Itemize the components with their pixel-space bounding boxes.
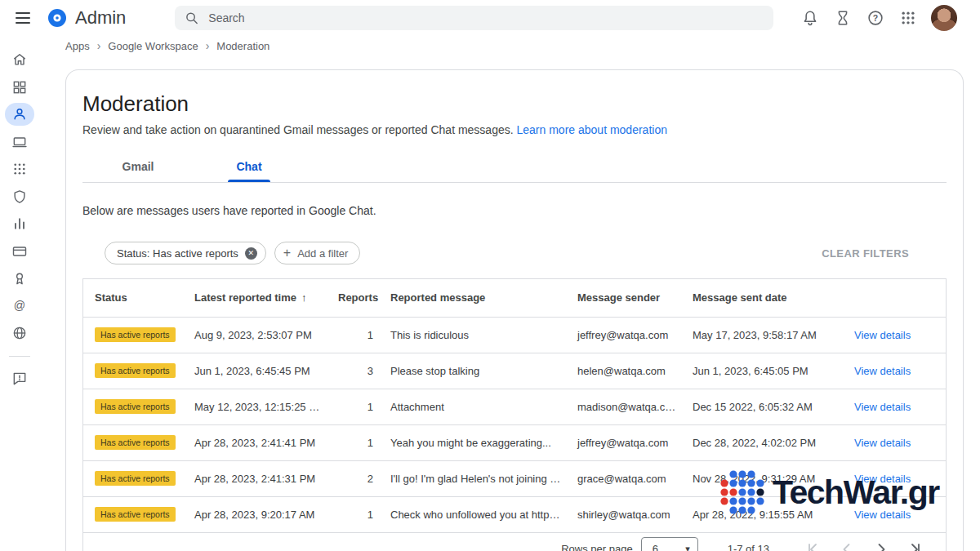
learn-more-link[interactable]: Learn more about moderation xyxy=(517,123,667,136)
next-page-button[interactable] xyxy=(872,540,890,551)
view-details-link[interactable]: View details xyxy=(854,509,911,521)
tab-chat[interactable]: Chat xyxy=(194,151,305,182)
view-details-link[interactable]: View details xyxy=(854,401,911,413)
sort-ascending-icon[interactable]: ↑ xyxy=(301,291,307,304)
status-badge: Has active reports xyxy=(95,435,176,451)
view-details-link[interactable]: View details xyxy=(854,329,911,341)
view-details-link[interactable]: View details xyxy=(854,437,911,449)
table-row: Has active reports Aug 9, 2023, 2:53:07 … xyxy=(83,317,946,353)
latest-reported-time: Apr 28, 2023, 9:20:17 AM xyxy=(183,496,327,532)
column-header-reports: Reports xyxy=(327,279,379,317)
bar-chart-icon xyxy=(11,216,28,232)
sidebar-item-domains[interactable] xyxy=(5,322,34,344)
google-admin-logo-icon xyxy=(47,8,67,28)
status-badge: Has active reports xyxy=(95,471,176,487)
tab-gmail-label: Gmail xyxy=(122,160,154,173)
clear-filters-button[interactable]: CLEAR FILTERS xyxy=(817,247,914,260)
active-tab-indicator xyxy=(228,180,270,182)
feedback-chat-icon xyxy=(11,371,28,387)
latest-reported-time: Apr 28, 2023, 2:41:41 PM xyxy=(183,424,327,460)
sidebar-item-reporting[interactable] xyxy=(5,212,34,235)
filter-chip-label: Status: Has active reports xyxy=(117,247,238,260)
table-row: Has active reports Apr 28, 2023, 9:20:17… xyxy=(83,496,946,532)
search-icon xyxy=(185,11,198,25)
sidebar-item-apps[interactable] xyxy=(5,158,34,180)
message-sender: madison@watqa.com xyxy=(566,389,681,424)
chevron-down-icon: ▾ xyxy=(685,544,690,551)
reported-message: Please stop talking xyxy=(379,353,566,389)
add-filter-button[interactable]: + Add a filter xyxy=(274,242,361,264)
brand[interactable]: Admin xyxy=(47,7,126,29)
hourglass-tasks-icon[interactable] xyxy=(833,8,853,28)
status-badge: Has active reports xyxy=(95,507,176,522)
last-page-button[interactable] xyxy=(906,540,924,551)
apps-grid-icon[interactable] xyxy=(898,8,918,28)
last-page-icon xyxy=(907,541,924,551)
filter-chip-status[interactable]: Status: Has active reports ✕ xyxy=(105,242,266,264)
chevron-left-icon xyxy=(839,541,855,551)
message-sent-date: Apr 28, 2022, 9:15:55 AM xyxy=(681,496,843,532)
message-sent-date: Dec 28, 2022, 4:02:02 PM xyxy=(681,424,843,460)
topbar-actions: ? xyxy=(800,5,980,31)
sidebar-item-dashboard[interactable] xyxy=(5,76,34,99)
search-bar[interactable] xyxy=(175,6,773,30)
svg-text:?: ? xyxy=(873,13,878,23)
search-input[interactable] xyxy=(207,11,764,25)
breadcrumb-moderation: Moderation xyxy=(216,40,270,52)
sidebar-item-billing[interactable] xyxy=(5,240,34,263)
sidebar-item-home[interactable] xyxy=(5,48,34,71)
message-sent-date: Jun 1, 2023, 6:45:05 PM xyxy=(681,353,843,389)
dashboard-icon xyxy=(11,79,28,96)
rows-per-page-select[interactable]: 6 ▾ xyxy=(641,537,698,551)
reported-message: I'll go! I'm glad Helen's not joining us… xyxy=(379,460,566,496)
home-icon xyxy=(11,51,28,68)
view-details-link[interactable]: View details xyxy=(854,365,911,377)
chevron-right-icon xyxy=(873,541,889,551)
brand-name: Admin xyxy=(75,7,126,29)
message-sender: shirley@watqa.com xyxy=(566,496,681,532)
page-subtitle-text: Review and take action on quarantined Gm… xyxy=(82,123,514,136)
column-header-message-sent-date: Message sent date xyxy=(681,279,843,317)
notifications-bell-icon[interactable] xyxy=(800,8,820,28)
sidebar-item-devices[interactable] xyxy=(5,131,34,153)
view-details-link[interactable]: View details xyxy=(854,473,911,485)
column-header-message-sender: Message sender xyxy=(566,279,681,317)
remove-filter-icon[interactable]: ✕ xyxy=(245,247,257,260)
reported-message: This is ridiculous xyxy=(379,317,566,353)
main-panel: Moderation Review and take action on qua… xyxy=(65,69,964,551)
reported-message: Yeah you might be exaggerating... xyxy=(379,424,566,460)
sidebar-item-account[interactable] xyxy=(5,267,34,290)
column-header-latest-reported-time[interactable]: Latest reported time↑ xyxy=(183,279,327,317)
help-icon[interactable]: ? xyxy=(866,8,885,28)
sidebar-item-groups[interactable]: @ xyxy=(5,295,34,318)
pagination-nav xyxy=(804,540,924,551)
tab-gmail[interactable]: Gmail xyxy=(82,151,194,182)
reports-count: 2 xyxy=(327,460,379,496)
avatar[interactable] xyxy=(931,5,957,31)
previous-page-button[interactable] xyxy=(838,540,856,551)
add-filter-label: Add a filter xyxy=(297,247,348,260)
reports-count: 1 xyxy=(327,496,379,532)
sidebar-item-security[interactable] xyxy=(5,185,34,208)
message-sent-date: May 17, 2023, 9:58:17 AM xyxy=(681,317,843,353)
shield-icon xyxy=(11,189,28,205)
latest-reported-time: May 12, 2023, 12:15:25 PM xyxy=(183,389,327,424)
sidebar-item-feedback[interactable] xyxy=(5,367,34,390)
tab-chat-label: Chat xyxy=(236,160,261,173)
breadcrumb-apps[interactable]: Apps xyxy=(65,40,90,52)
badge-ribbon-icon xyxy=(11,270,28,287)
menu-icon[interactable] xyxy=(13,8,33,28)
sidebar: @ xyxy=(5,48,34,390)
chevron-right-icon: › xyxy=(206,39,210,52)
table-row: Has active reports Jun 1, 2023, 6:45:45 … xyxy=(83,353,946,389)
reports-table: Status Latest reported time↑ Reports Rep… xyxy=(82,278,947,551)
sidebar-item-directory[interactable] xyxy=(5,103,34,126)
message-sent-date: Nov 28, 2022, 9:31:29 AM xyxy=(681,460,843,496)
sidebar-divider xyxy=(9,356,30,357)
first-page-button[interactable] xyxy=(804,540,822,551)
message-sender: jeffrey@watqa.com xyxy=(566,424,681,460)
intro-text: Below are messages users have reported i… xyxy=(82,204,947,217)
latest-reported-time: Apr 28, 2023, 2:41:31 PM xyxy=(183,460,327,496)
breadcrumb-google-workspace[interactable]: Google Workspace xyxy=(108,40,198,52)
message-sender: grace@watqa.com xyxy=(566,460,681,496)
